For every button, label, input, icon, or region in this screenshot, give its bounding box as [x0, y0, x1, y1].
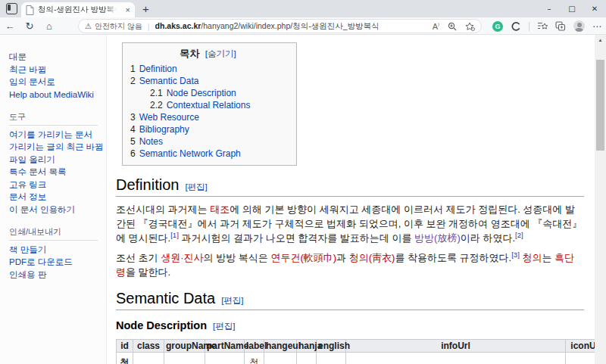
reference-link[interactable]: [1]	[170, 231, 179, 239]
table-row: 청 의- 생 청 의- 생원	[117, 353, 606, 364]
sidebar-tools-header: 도구	[9, 111, 105, 123]
toolbar-separator	[529, 22, 529, 31]
cell-class	[133, 353, 164, 364]
page-scrollbar[interactable]: ▴	[595, 35, 606, 364]
read-aloud-icon[interactable]: A)	[433, 22, 439, 31]
sidebar-item-main-page[interactable]: 대문	[9, 51, 105, 63]
column-header-infourl: infoUrl	[346, 340, 566, 353]
web-capture-icon[interactable]	[555, 21, 566, 31]
sidebar-item-what-links-here[interactable]: 여기를 가리키는 문서	[9, 129, 105, 141]
new-tab-button[interactable]: +	[142, 2, 149, 16]
sidebar-item-download-pdf[interactable]: PDF로 다운로드	[9, 257, 105, 268]
text-segment: 이라 하였다.	[461, 232, 515, 244]
collections-icon[interactable]	[537, 21, 548, 31]
extensions-area: G ⋯	[492, 17, 601, 35]
browser-tab[interactable]: 청의-생원진사 방방복식 - hanya ×	[21, 2, 135, 17]
toc-item[interactable]: 5Notes	[130, 135, 286, 148]
column-header-partname: partName	[205, 340, 245, 353]
text-segment: 조선 초기	[116, 252, 161, 263]
sidebar-item-page-info[interactable]: 문서 정보	[9, 191, 105, 203]
column-header-english: english	[317, 340, 346, 353]
cell-infourl	[346, 353, 566, 364]
scrollbar-up-arrow-icon[interactable]: ▴	[595, 35, 606, 45]
url-text: dh.aks.ac.kr/hanyang2/wiki/index.php/청의-…	[155, 21, 380, 32]
toc-item[interactable]: 2.1Node Description	[130, 87, 286, 99]
favorites-icon[interactable]	[465, 22, 475, 31]
wiki-link[interactable]: 태조	[210, 204, 230, 215]
tab-actions-icon[interactable]	[6, 3, 17, 14]
maximize-button[interactable]: □	[561, 0, 583, 17]
scrollbar-thumb[interactable]	[596, 60, 604, 151]
reference-link[interactable]: [2]	[515, 231, 523, 239]
address-bar-icons: A)	[433, 22, 475, 31]
refresh-button[interactable]: ↻	[20, 21, 39, 31]
text-segment: 조선시대의 과거제는	[116, 204, 210, 215]
profile-avatar[interactable]	[573, 20, 585, 32]
node-description-table: id class groupName partName label hangeu…	[116, 339, 606, 364]
text-segment: 과거시험의 결과가 나오면 합격자를 발표하는데 이를	[179, 232, 414, 244]
column-header-hanja: hanja	[297, 340, 317, 353]
sidebar-item-upload-file[interactable]: 파일 올리기	[9, 154, 105, 166]
wiki-link[interactable]: 청의(靑衣)	[349, 252, 395, 263]
sidebar-item-related-changes[interactable]: 가리키는 글의 최근 바뀜	[9, 142, 105, 153]
sidebar-item-recent-changes[interactable]: 최근 바뀜	[9, 64, 105, 76]
address-bar[interactable]: ⚠ 안전하지 않음 | dh.aks.ac.kr/hanyang2/wiki/i…	[78, 19, 482, 33]
cell-label: 청 의- 생원	[245, 353, 264, 364]
toc-item[interactable]: 6Semantic Network Graph	[130, 148, 286, 160]
section-heading-semantic-data: Semantic Data[편집]	[116, 290, 584, 310]
sidebar-item-create-book[interactable]: 책 만들기	[9, 244, 105, 256]
reference-link[interactable]: [3]	[511, 250, 520, 259]
zoom-icon[interactable]	[448, 22, 457, 31]
url-domain: dh.aks.ac.kr	[155, 21, 201, 30]
wiki-link[interactable]: 방방(放榜)	[414, 232, 461, 244]
sidebar-item-printable-version[interactable]: 인쇄용 판	[9, 269, 105, 281]
toc-item[interactable]: 2.2Contextual Relations	[130, 99, 286, 111]
toc-item[interactable]: 2Semantic Data	[130, 75, 286, 87]
edit-section-link[interactable]: [편집]	[213, 322, 235, 331]
sidebar-item-permanent-link[interactable]: 고유 링크	[9, 179, 105, 191]
security-chip[interactable]: ⚠ 안전하지 않음	[85, 21, 142, 32]
text-segment: 의 방방 복식은	[204, 252, 271, 263]
toc-title: 목차	[180, 48, 199, 59]
chip-separator: |	[148, 22, 150, 31]
wiki-link[interactable]: 생원·진사	[161, 252, 203, 263]
back-button[interactable]: ←	[0, 21, 20, 31]
tab-title: 청의-생원진사 방방복식 - hanya	[38, 5, 117, 15]
edit-section-link[interactable]: [편집]	[185, 182, 207, 191]
column-header-id: id	[117, 340, 133, 353]
close-button[interactable]: ✕	[583, 0, 606, 17]
wiki-sidebar: 대문 최근 바뀜 임의 문서로 Help about MediaWiki 도구 …	[0, 35, 105, 364]
sidebar-item-special-pages[interactable]: 특수 문서 목록	[9, 166, 105, 178]
cell-english	[317, 353, 346, 364]
more-menu-icon[interactable]: ⋯	[592, 21, 601, 32]
extension-c-icon[interactable]	[511, 21, 521, 32]
minimize-button[interactable]: –	[538, 0, 561, 17]
text-segment: 는	[542, 252, 554, 263]
home-button[interactable]: ⌂	[39, 21, 59, 31]
grammarly-extension-icon[interactable]: G	[492, 21, 503, 32]
wiki-content: 목차 [숨기기] 1Definition 2Semantic Data 2.1N…	[106, 35, 606, 364]
wiki-link[interactable]: 연두건(軟頭巾)	[270, 252, 336, 263]
browser-window: 청의-생원진사 방방복식 - hanya × + – □ ✕ ← ↻ ⌂ ⚠ 안…	[0, 0, 606, 364]
wiki-link[interactable]: 청의	[522, 252, 542, 263]
edit-section-link[interactable]: [편집]	[221, 296, 243, 305]
toc-item[interactable]: 4Bibliography	[130, 123, 286, 135]
column-header-groupname: groupName	[164, 340, 205, 353]
tab-bar: 청의-생원진사 방방복식 - hanya × + – □ ✕	[0, 0, 606, 17]
sidebar-item-cite-page[interactable]: 이 문서 인용하기	[9, 204, 105, 216]
page-favicon-icon	[26, 5, 34, 15]
text-segment: 를 착용하도록 규정하였다.	[395, 252, 511, 263]
browser-toolbar: ← ↻ ⌂ ⚠ 안전하지 않음 | dh.aks.ac.kr/hanyang2/…	[0, 17, 606, 35]
section-heading-definition: Definition[편집]	[116, 176, 584, 197]
definition-paragraph-2: 조선 초기 생원·진사의 방방 복식은 연두건(軟頭巾)과 청의(靑衣)를 착용…	[116, 250, 584, 279]
toc-item[interactable]: 1Definition	[130, 63, 286, 75]
table-of-contents: 목차 [숨기기] 1Definition 2Semantic Data 2.1N…	[122, 42, 297, 166]
sidebar-item-random-page[interactable]: 임의 문서로	[9, 76, 105, 88]
column-header-hangeul: hangeul	[264, 340, 297, 353]
column-header-label: label	[245, 340, 264, 353]
toc-hide-link[interactable]: [숨기기]	[205, 49, 236, 58]
toc-item[interactable]: 3Web Resource	[130, 111, 286, 123]
sidebar-item-help[interactable]: Help about MediaWiki	[9, 89, 105, 101]
tab-close-icon[interactable]: ×	[126, 6, 130, 14]
warning-icon: ⚠	[85, 22, 92, 30]
